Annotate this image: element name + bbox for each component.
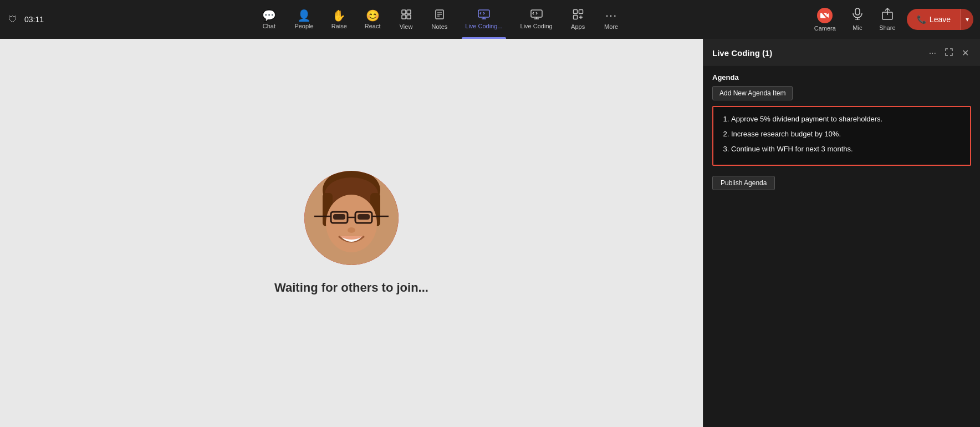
panel-more-icon: ··· xyxy=(929,48,936,58)
react-icon: 😊 xyxy=(366,10,380,21)
mic-button[interactable]: Mic xyxy=(844,0,871,39)
agenda-item-1: Approve 5% dividend payment to sharehold… xyxy=(731,114,962,125)
panel-body: Agenda Add New Agenda Item Approve 5% di… xyxy=(703,65,980,427)
nav-people-label: People xyxy=(294,23,313,29)
panel-header: Live Coding (1) ··· ✕ xyxy=(703,39,980,65)
camera-label: Camera xyxy=(814,25,836,32)
nav-people[interactable]: 👤 People xyxy=(285,0,322,39)
svg-rect-2 xyxy=(402,15,406,19)
nav-chat[interactable]: 💬 Chat xyxy=(252,0,285,39)
nav-apps-label: Apps xyxy=(571,23,585,30)
more-icon: ··· xyxy=(605,9,617,22)
panel-actions: ··· ✕ xyxy=(927,47,971,59)
nav-raise-label: Raise xyxy=(331,23,347,29)
nav-apps[interactable]: Apps xyxy=(562,0,595,39)
apps-icon xyxy=(573,9,584,22)
leave-chevron-button[interactable]: ▾ xyxy=(961,9,973,30)
live-coding-2-icon xyxy=(530,9,543,21)
topbar-controls: Camera Mic Share xyxy=(807,0,973,39)
leave-button-group: 📞 Leave ▾ xyxy=(907,9,973,30)
camera-button[interactable]: Camera xyxy=(809,0,841,39)
notes-icon xyxy=(434,9,445,22)
topbar-nav: 💬 Chat 👤 People ✋ Raise 😊 React xyxy=(73,0,807,39)
timer: 03:11 xyxy=(24,15,44,24)
nav-view[interactable]: View xyxy=(390,0,423,39)
nav-more[interactable]: ··· More xyxy=(595,0,628,39)
nav-react-label: React xyxy=(365,23,381,29)
live-coding-active-icon xyxy=(478,9,490,21)
avatar-face xyxy=(304,171,399,265)
topbar-left: 🛡 03:11 xyxy=(7,13,73,26)
nav-more-label: More xyxy=(604,23,618,30)
mic-label: Mic xyxy=(853,24,862,31)
panel-close-button[interactable]: ✕ xyxy=(959,47,971,59)
svg-point-35 xyxy=(348,227,355,233)
agenda-item-2: Increase research budget by 10%. xyxy=(731,129,962,140)
nav-live-coding-2[interactable]: Live Coding xyxy=(512,0,562,39)
nav-react[interactable]: 😊 React xyxy=(356,0,390,39)
right-panel: Live Coding (1) ··· ✕ Agenda xyxy=(703,39,980,427)
nav-notes[interactable]: Notes xyxy=(423,0,457,39)
svg-rect-3 xyxy=(407,15,411,19)
svg-rect-16 xyxy=(573,16,577,19)
svg-rect-28 xyxy=(333,214,345,220)
nav-chat-label: Chat xyxy=(263,23,275,29)
svg-rect-15 xyxy=(579,10,583,14)
nav-live-coding-active[interactable]: Live Coding... xyxy=(456,0,511,39)
agenda-item-3: Continue with WFH for next 3 months. xyxy=(731,144,962,155)
svg-rect-29 xyxy=(358,214,370,220)
agenda-box: Approve 5% dividend payment to sharehold… xyxy=(712,106,971,166)
panel-expand-button[interactable] xyxy=(943,47,955,59)
avatar xyxy=(304,171,399,265)
nav-view-label: View xyxy=(400,23,413,30)
nav-live-coding-active-label: Live Coding... xyxy=(465,23,502,29)
leave-chevron-icon: ▾ xyxy=(966,16,969,23)
leave-phone-icon: 📞 xyxy=(917,15,926,24)
waiting-text: Waiting for others to join... xyxy=(274,281,428,295)
nav-live-coding-2-label: Live Coding xyxy=(520,23,553,29)
svg-rect-1 xyxy=(407,10,411,14)
nav-notes-label: Notes xyxy=(432,23,448,30)
raise-icon: ✋ xyxy=(332,10,346,21)
panel-close-icon: ✕ xyxy=(962,48,969,58)
chat-icon: 💬 xyxy=(262,10,276,21)
view-icon xyxy=(401,9,412,22)
video-area: Waiting for others to join... xyxy=(0,39,703,427)
share-icon xyxy=(882,8,893,23)
svg-rect-18 xyxy=(855,8,860,15)
leave-label: Leave xyxy=(930,15,951,24)
nav-raise[interactable]: ✋ Raise xyxy=(323,0,356,39)
svg-rect-0 xyxy=(402,10,406,14)
panel-expand-icon xyxy=(945,48,953,58)
camera-off-icon xyxy=(817,8,833,23)
leave-button[interactable]: 📞 Leave xyxy=(907,9,961,30)
topbar: 🛡 03:11 💬 Chat 👤 People ✋ Raise 😊 React xyxy=(0,0,980,39)
main-area: Waiting for others to join... Live Codin… xyxy=(0,39,980,427)
shield-icon: 🛡 xyxy=(7,13,19,26)
share-label: Share xyxy=(879,24,895,31)
panel-more-button[interactable]: ··· xyxy=(927,47,938,59)
svg-rect-14 xyxy=(573,10,577,14)
share-button[interactable]: Share xyxy=(874,0,901,39)
mic-icon xyxy=(852,8,863,23)
agenda-label: Agenda xyxy=(712,73,971,82)
add-agenda-button[interactable]: Add New Agenda Item xyxy=(712,86,793,100)
publish-agenda-button[interactable]: Publish Agenda xyxy=(712,176,775,190)
people-icon: 👤 xyxy=(297,10,311,21)
panel-title: Live Coding (1) xyxy=(712,48,772,58)
